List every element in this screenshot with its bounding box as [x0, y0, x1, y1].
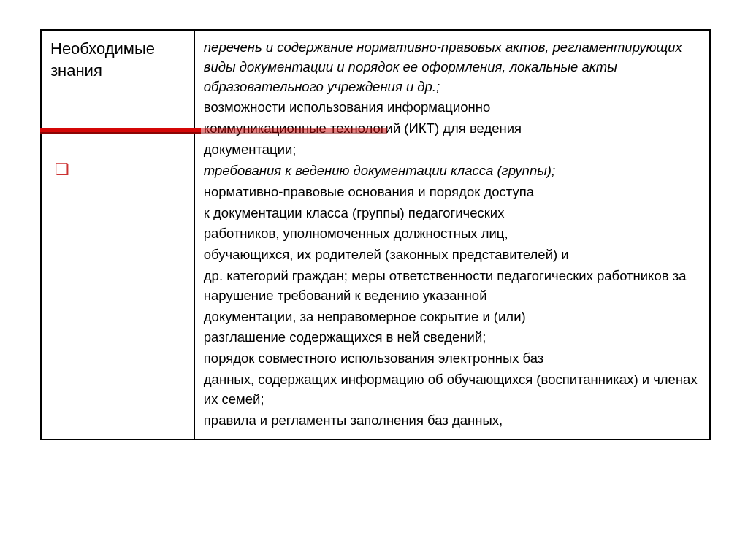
slide-content: Необходимые знания ❏ перечень и содержан… — [0, 0, 748, 560]
decorative-red-bar — [40, 128, 201, 134]
paragraph-4e: др. категорий граждан; меры ответственно… — [204, 266, 701, 306]
paragraph-4b: к документации класса (группы) педагогич… — [204, 204, 701, 223]
paragraph-6: правила и регламенты заполнения баз данн… — [204, 411, 701, 431]
paragraph-2c: документации; — [204, 140, 701, 160]
paragraph-5b: данных, содержащих информацию об обучающ… — [204, 370, 701, 410]
paragraph-1: перечень и содержание нормативно-правовы… — [204, 38, 701, 96]
bullet-icon: ❏ — [55, 161, 185, 177]
paragraph-2a: возможности использования информационно — [204, 98, 701, 118]
paragraph-4g: разглашение содержащихся в ней сведений; — [204, 328, 701, 348]
decorative-red-bar-shadow — [201, 128, 387, 134]
paragraph-3: требования к ведению документации класса… — [204, 161, 701, 181]
paragraph-5a: порядок совместного использования электр… — [204, 349, 701, 369]
content-body: перечень и содержание нормативно-правовы… — [204, 38, 701, 430]
paragraph-4c: работников, уполномоченных должностных л… — [204, 224, 701, 244]
left-cell: Необходимые знания ❏ — [41, 30, 194, 440]
main-table: Необходимые знания ❏ перечень и содержан… — [40, 29, 711, 440]
table-heading: Необходимые знания — [50, 38, 185, 81]
paragraph-4a: нормативно-правовые основания и порядок … — [204, 183, 701, 202]
right-cell: перечень и содержание нормативно-правовы… — [194, 30, 710, 440]
paragraph-4d: обучающихся, их родителей (законных пред… — [204, 245, 701, 265]
paragraph-4f: документации, за неправомерное сокрытие … — [204, 307, 701, 327]
